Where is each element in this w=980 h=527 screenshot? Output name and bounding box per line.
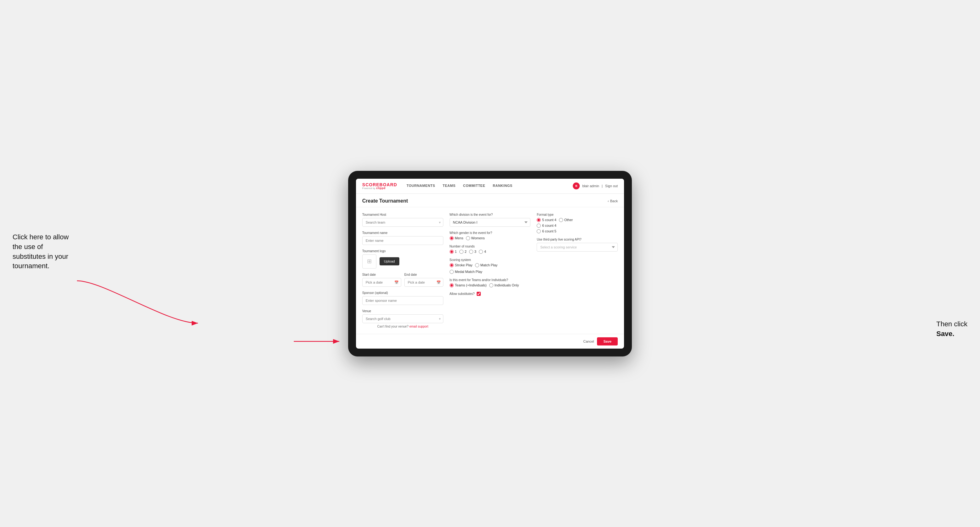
- format-6count4-label: 6 count 4: [542, 224, 556, 227]
- nav-rankings[interactable]: RANKINGS: [493, 184, 512, 188]
- rounds-2[interactable]: 2: [459, 250, 466, 254]
- event-for-radio-row: Teams (+Individuals) Individuals Only: [450, 283, 531, 287]
- annotation-left: Click here to allow the use of substitut…: [13, 232, 72, 271]
- email-support-link[interactable]: email support: [409, 325, 428, 328]
- nav-links: TOURNAMENTS TEAMS COMMITTEE RANKINGS: [407, 184, 573, 188]
- image-icon: ⊞: [367, 258, 372, 265]
- venue-label: Venue: [362, 310, 443, 313]
- format-5count4-label: 5 count 4: [542, 218, 556, 222]
- arrow-to-checkbox: [77, 281, 198, 323]
- gender-womens[interactable]: Womens: [466, 236, 485, 240]
- format-6count5-label: 6 count 5: [542, 229, 556, 233]
- host-dropdown-icon: ▾: [439, 220, 441, 224]
- format-6count4-radio[interactable]: [537, 224, 541, 228]
- navigation-bar: SCOREBOARD Powered by clippd TOURNAMENTS…: [356, 179, 624, 194]
- division-group: Which division is the event for? NCAA Di…: [450, 213, 531, 227]
- host-input[interactable]: [362, 218, 443, 227]
- event-for-group: Is this event for Teams and/or Individua…: [450, 278, 531, 287]
- gender-label: Which gender is the event for?: [450, 231, 531, 235]
- scoring-label: Scoring system: [450, 258, 531, 262]
- scoring-match[interactable]: Match Play: [475, 263, 497, 267]
- event-teams[interactable]: Teams (+Individuals): [450, 283, 487, 287]
- rounds-4-radio[interactable]: [479, 250, 483, 254]
- format-label: Format type: [537, 213, 618, 216]
- save-button[interactable]: Save: [597, 337, 618, 346]
- scoring-stroke[interactable]: Stroke Play: [450, 263, 473, 267]
- scoring-stroke-label: Stroke Play: [455, 263, 473, 267]
- gender-group: Which gender is the event for? Mens Wome…: [450, 231, 531, 240]
- event-individuals[interactable]: Individuals Only: [489, 283, 519, 287]
- date-row: Start date 📅 End date 📅: [362, 273, 443, 287]
- rounds-3-radio[interactable]: [469, 250, 473, 254]
- name-input[interactable]: [362, 236, 443, 245]
- annotation-right-bold: Save.: [936, 330, 955, 338]
- nav-teams[interactable]: TEAMS: [443, 184, 456, 188]
- venue-input[interactable]: [362, 314, 443, 323]
- format-row-1: 5 count 4 Other: [537, 218, 618, 222]
- format-6count5[interactable]: 6 count 5: [537, 229, 556, 233]
- event-for-label: Is this event for Teams and/or Individua…: [450, 278, 531, 282]
- form-col-3: Format type 5 count 4 Other: [537, 213, 618, 328]
- rounds-2-radio[interactable]: [459, 250, 463, 254]
- form-body: Tournament Host ▾ Tournament name Tourna: [356, 207, 624, 334]
- rounds-4[interactable]: 4: [479, 250, 486, 254]
- sign-out-link[interactable]: Sign out: [605, 184, 618, 188]
- name-label: Tournament name: [362, 231, 443, 235]
- event-teams-radio[interactable]: [450, 283, 454, 287]
- format-row-2: 6 count 4: [537, 224, 618, 228]
- format-6count5-radio[interactable]: [537, 229, 541, 233]
- scoring-stroke-radio[interactable]: [450, 263, 454, 267]
- rounds-label: Number of rounds: [450, 244, 531, 248]
- page-header: Create Tournament ‹ Back: [356, 194, 624, 207]
- substitutes-checkbox[interactable]: [477, 292, 481, 296]
- venue-help-text: Can't find your venue? email support: [362, 325, 443, 328]
- upload-button[interactable]: Upload: [380, 257, 399, 265]
- format-other-radio[interactable]: [559, 218, 563, 222]
- format-other[interactable]: Other: [559, 218, 573, 222]
- name-group: Tournament name: [362, 231, 443, 245]
- event-individuals-label: Individuals Only: [495, 283, 519, 287]
- venue-dropdown-icon: ▾: [439, 317, 441, 321]
- scoring-medal-radio[interactable]: [450, 270, 454, 274]
- gender-mens-radio[interactable]: [450, 236, 454, 240]
- format-other-label: Other: [564, 218, 573, 222]
- division-label: Which division is the event for?: [450, 213, 531, 216]
- division-select[interactable]: NCAA Division I: [450, 218, 531, 227]
- nav-committee[interactable]: COMMITTEE: [463, 184, 485, 188]
- format-5count4-radio[interactable]: [537, 218, 541, 222]
- annotation-right: Then click Save.: [936, 319, 967, 339]
- logo-group: Tournament logo ⊞ Upload: [362, 249, 443, 268]
- start-date-group: Start date 📅: [362, 273, 401, 287]
- sponsor-input[interactable]: [362, 296, 443, 305]
- back-label: Back: [610, 199, 618, 203]
- scoring-match-radio[interactable]: [475, 263, 479, 267]
- scoring-radio-row: Stroke Play Match Play Medal Match Play: [450, 263, 531, 274]
- gender-womens-label: Womens: [471, 236, 485, 240]
- gender-mens-label: Mens: [455, 236, 463, 240]
- scoring-medal-label: Medal Match Play: [455, 270, 482, 273]
- rounds-3[interactable]: 3: [469, 250, 476, 254]
- scoring-api-select[interactable]: Select a scoring service: [537, 243, 618, 252]
- form-col-2: Which division is the event for? NCAA Di…: [450, 213, 531, 328]
- format-5count4[interactable]: 5 count 4: [537, 218, 556, 222]
- event-individuals-radio[interactable]: [489, 283, 493, 287]
- substitutes-label: Allow substitutes?: [450, 292, 475, 295]
- logo-label: Tournament logo: [362, 249, 443, 253]
- sponsor-group: Sponsor (optional): [362, 291, 443, 305]
- nav-tournaments[interactable]: TOURNAMENTS: [407, 184, 435, 188]
- rounds-1-radio[interactable]: [450, 250, 454, 254]
- scoring-medal[interactable]: Medal Match Play: [450, 270, 482, 274]
- nav-user-area: B blair admin | Sign out: [573, 183, 618, 189]
- rounds-1[interactable]: 1: [450, 250, 457, 254]
- sponsor-label: Sponsor (optional): [362, 291, 443, 295]
- gender-mens[interactable]: Mens: [450, 236, 463, 240]
- rounds-group: Number of rounds 1 2: [450, 244, 531, 254]
- format-group: Format type 5 count 4 Other: [537, 213, 618, 233]
- scoring-match-label: Match Play: [480, 263, 497, 267]
- gender-womens-radio[interactable]: [466, 236, 470, 240]
- cancel-button[interactable]: Cancel: [583, 340, 594, 343]
- back-button[interactable]: ‹ Back: [608, 199, 618, 203]
- nav-separator: |: [602, 184, 603, 188]
- format-row-3: 6 count 5: [537, 229, 618, 233]
- format-6count4[interactable]: 6 count 4: [537, 224, 556, 228]
